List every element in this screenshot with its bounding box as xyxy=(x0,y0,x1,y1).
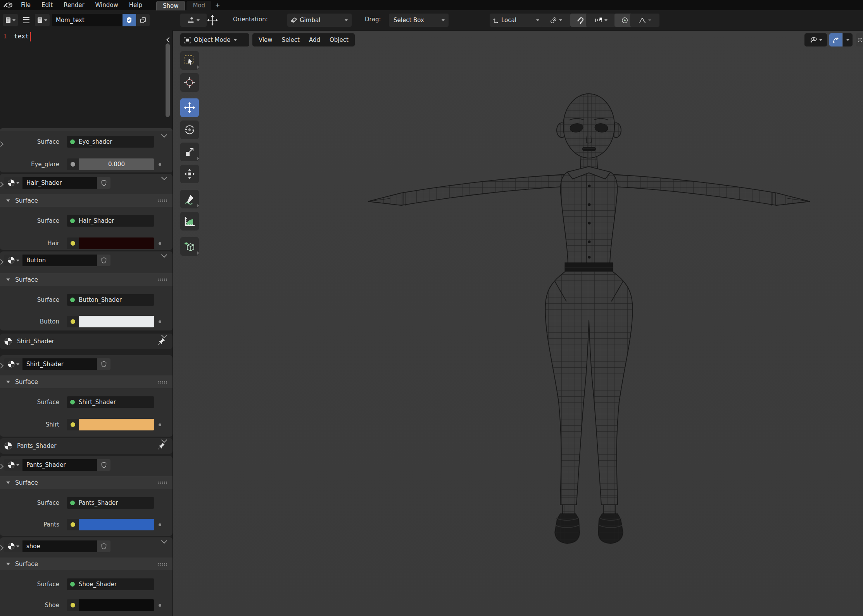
fake-user-shield-button[interactable] xyxy=(97,358,110,370)
eye-glare-slider[interactable]: 0.000 xyxy=(67,158,154,170)
text-datablock-selector[interactable] xyxy=(35,14,50,26)
hair-color-widget[interactable] xyxy=(67,237,154,249)
proportional-falloff-dropdown[interactable] xyxy=(630,14,659,27)
tool-scale[interactable] xyxy=(180,143,199,161)
panel-drag-handle[interactable] xyxy=(158,278,167,282)
tool-measure[interactable] xyxy=(180,212,199,231)
pants-color-widget[interactable] xyxy=(67,519,154,530)
blender-logo-icon[interactable] xyxy=(3,2,13,8)
material-name-field[interactable]: Button xyxy=(22,255,97,266)
fake-user-shield-button[interactable] xyxy=(97,540,110,552)
panel-drag-handle[interactable] xyxy=(158,563,167,566)
fake-user-shield-button[interactable] xyxy=(97,459,110,471)
surface-panel-header[interactable]: Surface xyxy=(0,476,173,489)
orientation-dropdown[interactable]: Gimbal xyxy=(287,14,352,27)
tool-3d-cursor[interactable] xyxy=(180,73,199,92)
tool-rotate[interactable] xyxy=(180,120,199,139)
menu-render[interactable]: Render xyxy=(64,2,84,9)
workspace-tab-show[interactable]: Show xyxy=(156,1,185,10)
surface-node-field[interactable]: Eye_shader xyxy=(67,136,154,148)
material-sphere-selector[interactable] xyxy=(4,540,22,552)
editor-type-selector[interactable] xyxy=(3,14,18,26)
overlays-toggle-clipped[interactable] xyxy=(856,33,863,46)
shoe-color-widget[interactable] xyxy=(67,599,154,611)
surface-panel-header[interactable]: Surface xyxy=(0,194,173,207)
material-sphere-selector[interactable] xyxy=(4,177,22,189)
menu-edit[interactable]: Edit xyxy=(41,2,53,9)
animate-decorator-dot[interactable] xyxy=(159,163,161,166)
pivot-point-dropdown[interactable] xyxy=(541,14,571,27)
tool-add-cube[interactable] xyxy=(180,237,199,256)
viewport-menu-add[interactable]: Add xyxy=(304,36,325,43)
sidebar-expand-arrow[interactable] xyxy=(0,259,3,265)
material-sphere-selector[interactable] xyxy=(4,459,22,471)
surface-node-field[interactable]: Button_Shader xyxy=(67,294,154,306)
snap-mode-dropdown[interactable] xyxy=(586,14,616,27)
tool-annotate[interactable] xyxy=(180,190,199,208)
menu-window[interactable]: Window xyxy=(95,2,118,9)
text-content[interactable]: text xyxy=(14,33,29,40)
color-swatch[interactable] xyxy=(79,519,154,530)
panel-drag-handle[interactable] xyxy=(158,199,167,203)
surface-node-field[interactable]: Shirt_Shader xyxy=(67,396,154,408)
shirt-shader-pinned-header[interactable]: Shirt_Shader xyxy=(0,334,173,349)
mode-dropdown[interactable]: Object Mode xyxy=(180,33,249,46)
add-workspace-button[interactable]: + xyxy=(211,1,224,10)
pin-icon[interactable] xyxy=(158,442,166,450)
panel-drag-handle[interactable] xyxy=(158,380,167,384)
collapse-chevron-icon[interactable] xyxy=(161,538,167,544)
wireframe-character-model[interactable] xyxy=(173,30,863,616)
fake-user-shield-button[interactable] xyxy=(97,255,110,266)
sidebar-expand-arrow[interactable] xyxy=(0,182,3,187)
material-name-field[interactable]: Shirt_Shader xyxy=(22,358,97,370)
text-editor-body[interactable]: 1 text xyxy=(0,30,173,128)
material-name-field[interactable]: shoe xyxy=(22,540,97,552)
editor-menus-button[interactable] xyxy=(23,17,29,23)
shirt-color-widget[interactable] xyxy=(67,419,154,430)
button-color-widget[interactable] xyxy=(67,316,154,327)
gizmo-options-dropdown[interactable] xyxy=(843,33,853,46)
menu-help[interactable]: Help xyxy=(129,2,142,9)
material-sphere-selector[interactable] xyxy=(4,358,22,370)
surface-node-field[interactable]: Shoe_Shader xyxy=(67,578,154,590)
panel-drag-handle[interactable] xyxy=(158,481,167,485)
animate-decorator-dot[interactable] xyxy=(159,604,161,607)
color-swatch[interactable] xyxy=(79,599,154,611)
viewport-3d[interactable]: Object Mode View Select Add Object xyxy=(173,30,863,616)
active-tool-dropdown[interactable] xyxy=(180,14,207,27)
color-swatch[interactable] xyxy=(79,419,154,430)
animate-decorator-dot[interactable] xyxy=(159,523,161,526)
pin-icon[interactable] xyxy=(158,337,166,345)
material-name-field[interactable]: Pants_Shader xyxy=(22,459,97,471)
text-scrollbar[interactable] xyxy=(166,43,170,117)
animate-decorator-dot[interactable] xyxy=(159,242,161,245)
tool-select-box[interactable] xyxy=(180,51,199,70)
surface-node-field[interactable]: Hair_Shader xyxy=(67,215,154,227)
sidebar-expand-arrow[interactable] xyxy=(0,545,3,551)
unlink-copy-button[interactable] xyxy=(136,14,150,26)
pants-shader-pinned-header[interactable]: Pants_Shader xyxy=(0,438,173,454)
show-gizmo-toggle[interactable] xyxy=(829,33,842,46)
text-name-field[interactable]: Mom_text xyxy=(52,14,123,26)
sidebar-expand-arrow[interactable] xyxy=(0,464,3,469)
menu-file[interactable]: File xyxy=(21,2,31,9)
surface-panel-header[interactable]: Surface xyxy=(0,273,173,286)
animate-decorator-dot[interactable] xyxy=(159,423,161,426)
tool-transform[interactable] xyxy=(180,165,199,183)
viewport-menu-select[interactable]: Select xyxy=(277,36,304,43)
color-swatch[interactable] xyxy=(79,316,154,327)
surface-node-field[interactable]: Pants_Shader xyxy=(67,497,154,509)
fake-user-toggle[interactable] xyxy=(123,14,136,26)
collapse-chevron-icon[interactable] xyxy=(161,174,167,181)
fake-user-shield-button[interactable] xyxy=(97,177,110,189)
object-types-visibility-dropdown[interactable] xyxy=(804,33,827,46)
viewport-menu-object[interactable]: Object xyxy=(325,36,353,43)
pivot-orientation-dropdown[interactable]: Local xyxy=(490,14,543,27)
viewport-menu-view[interactable]: View xyxy=(254,36,277,43)
material-name-field[interactable]: Hair_Shader xyxy=(22,177,97,189)
tool-move[interactable] xyxy=(180,98,199,117)
animate-decorator-dot[interactable] xyxy=(159,320,161,323)
collapse-chevron-icon[interactable] xyxy=(161,252,167,258)
material-sphere-selector[interactable] xyxy=(4,255,22,266)
color-swatch[interactable] xyxy=(79,237,154,249)
